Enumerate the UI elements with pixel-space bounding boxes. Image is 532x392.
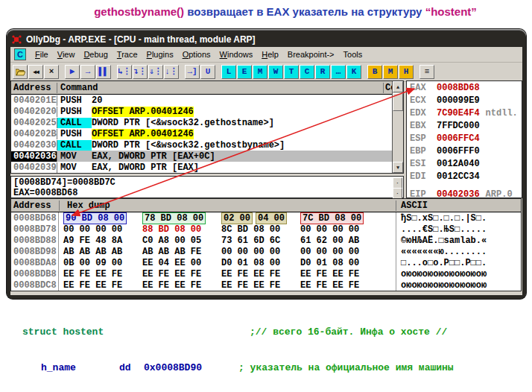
cpu-window-button[interactable]: C bbox=[300, 65, 314, 79]
disasm-row[interactable]: 00402020 PUSHOFFSET ARP.00401246 bbox=[11, 106, 392, 117]
heading-function: gethostbyname() bbox=[94, 5, 184, 18]
struct-keyword: struct hostent bbox=[22, 326, 250, 338]
handles-window-button[interactable]: H bbox=[399, 65, 414, 79]
dump-ascii: □...о□о.Р□□.Р□□. bbox=[396, 257, 521, 268]
dump-ascii: ђЅ□.xЅ□.□.□.|Ѕ□. bbox=[396, 212, 521, 224]
mnemonic: PUSH bbox=[57, 129, 92, 139]
pause-button[interactable]: ▌▌ bbox=[96, 65, 111, 79]
register-row[interactable]: EDX7C90E4F4ntdll. bbox=[407, 107, 522, 119]
hostent-h-addr-list-bytes: 7C BD 08 00 bbox=[300, 212, 364, 224]
hit-trace-window-button[interactable]: K bbox=[346, 65, 361, 79]
register-row[interactable]: ESI0012A040 bbox=[407, 157, 522, 170]
disasm-row[interactable]: 0040201E PUSH20 bbox=[11, 95, 392, 106]
disasm-row[interactable]: 00402039 MOVEAX, DWORD PTR [EAX] bbox=[11, 162, 392, 173]
mnemonic-call: CALL bbox=[57, 140, 92, 151]
windows-window-button[interactable]: W bbox=[268, 65, 283, 79]
register-row[interactable]: EBX7FFDC000 bbox=[407, 119, 522, 132]
register-value: 0012CC34 bbox=[437, 171, 480, 182]
dump-column-hex[interactable]: Hex dump bbox=[59, 200, 396, 211]
instruction-command: PUSHOFFSET ARP.00401246 bbox=[57, 128, 392, 139]
disasm-row[interactable]: 00402030 CALLDWORD PTR [<&wsock32.gethos… bbox=[11, 139, 392, 151]
step-into-button[interactable]: ↳⋮ bbox=[117, 65, 132, 79]
dump-row[interactable]: 0008BDA8 0B 00 09 00EE 04 EE 00D0 01 08 … bbox=[11, 257, 521, 268]
register-name: EBP bbox=[410, 146, 437, 157]
run-button[interactable]: ▶ bbox=[65, 65, 80, 79]
register-row[interactable]: ECX000099E9 bbox=[407, 94, 522, 107]
dump-header: Address Hex dump ASCII bbox=[11, 199, 521, 212]
animate-over-button[interactable]: ↓⋮ bbox=[164, 65, 179, 79]
log-window-button[interactable]: L bbox=[221, 65, 236, 79]
register-value: 0006FFF0 bbox=[437, 146, 480, 157]
memory-map-window-button[interactable]: M bbox=[383, 65, 398, 79]
memory-window-button[interactable]: M bbox=[253, 65, 267, 79]
references-window-button[interactable]: R bbox=[315, 65, 330, 79]
hex-dump-panel: Address Hex dump ASCII 0008BD68 90 BD 08… bbox=[10, 198, 522, 291]
toolbar: ◀◀ × ▶ → ▌▌ ↳⋮ ↴⋮ ⇓⋮ ↓⋮ →] U L E M W T bbox=[10, 63, 522, 82]
disasm-row-selected[interactable]: 00402036 MOVEAX, DWORD PTR [EAX+0C] bbox=[11, 151, 392, 162]
scrollbar-track[interactable] bbox=[393, 111, 403, 162]
dump-row[interactable]: 0008BDC8 EE FE EE FEEE FE EE FEEE FE EE … bbox=[11, 279, 521, 291]
register-row[interactable]: EAX0008BD68 bbox=[407, 81, 522, 94]
close-button[interactable]: × bbox=[44, 65, 59, 79]
resume-button[interactable]: → bbox=[80, 65, 95, 79]
heading-middle: возвращает в EAX указатель на структуру bbox=[184, 5, 425, 18]
dump-row[interactable]: 0008BDB8 EE FE EE FEEE FE EE FEEE FE EE … bbox=[11, 268, 521, 279]
dump-ascii: оюоюоюоюоюоюоюою bbox=[396, 279, 521, 291]
executables-window-button[interactable]: E bbox=[237, 65, 252, 79]
scroll-down-icon[interactable]: ▼ bbox=[393, 162, 403, 173]
window-titlebar[interactable]: OllyDbg - ARP.EXE - [CPU - main thread, … bbox=[11, 32, 522, 46]
column-header-command[interactable]: Command bbox=[57, 83, 383, 93]
register-row[interactable]: ESP0006FFC4 bbox=[407, 132, 522, 145]
go-to-user-code-button[interactable]: U bbox=[200, 65, 215, 79]
scroll-up-icon[interactable]: ▲ bbox=[393, 81, 403, 92]
step-over-button[interactable]: ↴⋮ bbox=[133, 65, 148, 79]
threads-window-button[interactable]: T bbox=[284, 65, 299, 79]
disasm-scrollbar[interactable]: ▲ ▼ bbox=[392, 81, 403, 173]
animate-into-button[interactable]: ⇓⋮ bbox=[148, 65, 163, 79]
info-scroll-down-button[interactable]: · bbox=[393, 188, 402, 199]
column-header-address[interactable]: Address bbox=[11, 83, 57, 93]
dump-bytes: AB AB AB ABAB AB AB FE00 00 00 0000 00 0… bbox=[59, 247, 396, 257]
run-trace-window-button[interactable]: … bbox=[331, 65, 346, 79]
info-line-2: EAX=0008BD68 bbox=[13, 188, 401, 198]
dump-address: 0008BDB8 bbox=[11, 268, 59, 279]
dump-row-hostent[interactable]: 0008BD68 90 BD 08 0078 BD 08 0002 0004 0… bbox=[11, 212, 521, 224]
menu-breakpoint[interactable]: Breakpoint-> bbox=[288, 50, 335, 59]
menu-file[interactable]: File bbox=[35, 50, 48, 59]
ollydbg-bug-icon bbox=[11, 34, 22, 45]
register-row[interactable]: EBP0006FFF0 bbox=[407, 145, 522, 157]
menu-plugins[interactable]: Plugins bbox=[147, 50, 174, 59]
open-file-button[interactable] bbox=[13, 65, 28, 79]
scrollbar-thumb[interactable] bbox=[393, 93, 403, 111]
dump-row[interactable]: 0008BD98 AB AB AB ABAB AB AB FE00 00 00 … bbox=[11, 246, 521, 257]
menu-debug[interactable]: Debug bbox=[83, 50, 107, 59]
disasm-row[interactable]: 00402025 CALLDWORD PTR [<&wsock32.gethos… bbox=[11, 117, 392, 128]
operand: EAX, DWORD PTR [EAX] bbox=[92, 162, 199, 173]
register-row-eip[interactable]: EIP00402036ARP.0 bbox=[407, 188, 522, 198]
menu-view[interactable]: View bbox=[57, 50, 75, 59]
windows-list-button[interactable]: ≡ bbox=[419, 65, 434, 79]
dump-row[interactable]: 0008BD78 00 00 00 0088 BD 08 008C BD 08 … bbox=[11, 224, 521, 235]
dump-row[interactable]: 0008BD88 A9 FE 48 8AC0 A8 00 0573 61 6D … bbox=[11, 235, 521, 246]
breakpoints-window-button[interactable]: B bbox=[367, 65, 382, 79]
field-directive: dd bbox=[119, 362, 144, 374]
menu-tools[interactable]: Tools bbox=[343, 50, 363, 59]
cpu-window-icon[interactable]: C bbox=[14, 48, 26, 60]
menu-help[interactable]: Help bbox=[262, 50, 279, 59]
disasm-row[interactable]: 0040202B PUSHOFFSET ARP.00401246 bbox=[11, 128, 392, 139]
dump-bytes: EE FE EE FEEE FE EE FEEE FE EE FEEE FE E… bbox=[59, 280, 396, 291]
column-header-comment[interactable]: Comment bbox=[383, 83, 392, 93]
menu-options[interactable]: Options bbox=[183, 50, 211, 59]
execute-till-return-button[interactable]: →] bbox=[185, 65, 200, 79]
register-value: 00402036 bbox=[437, 189, 480, 199]
menu-trace[interactable]: Trace bbox=[117, 50, 138, 59]
struct-hostent-listing: struct hostent;// всего 16-байт. Инфа о … bbox=[22, 303, 512, 392]
dump-address: 0008BDC8 bbox=[11, 279, 59, 291]
menu-windows[interactable]: Windows bbox=[220, 50, 253, 59]
dump-column-address[interactable]: Address bbox=[11, 200, 59, 211]
dump-column-ascii[interactable]: ASCII bbox=[396, 200, 521, 211]
restart-button[interactable]: ◀◀ bbox=[28, 65, 43, 79]
info-scroll-up-button[interactable]: · bbox=[393, 177, 402, 189]
register-row[interactable]: EDI0012CC34 bbox=[407, 170, 522, 183]
register-value: 7C90E4F4 bbox=[437, 108, 480, 118]
